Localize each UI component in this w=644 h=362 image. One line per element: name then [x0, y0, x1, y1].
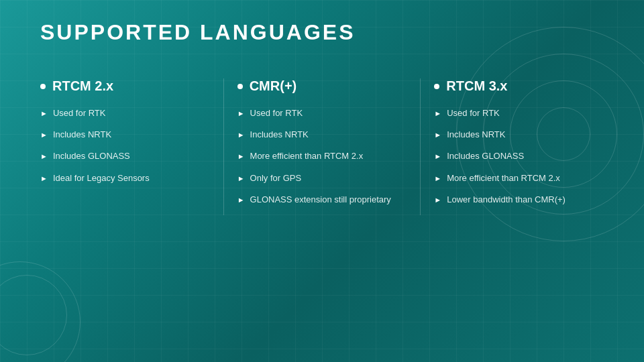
arrow-icon: ►: [434, 174, 441, 184]
arrow-icon: ►: [40, 109, 48, 119]
list-item: ► GLONASS extension still proprietary: [237, 194, 407, 206]
arrow-icon: ►: [434, 109, 441, 119]
list-item: ► Includes NRTK: [237, 129, 407, 141]
column-rtcm3: RTCM 3.x ► Used for RTK ► Includes NRTK …: [434, 78, 604, 215]
cmrplus-list: ► Used for RTK ► Includes NRTK ► More ef…: [237, 107, 407, 206]
arrow-icon: ►: [40, 152, 48, 162]
arrow-icon: ►: [40, 130, 48, 140]
bullet-dot-2: [237, 84, 243, 89]
rtcm2-list: ► Used for RTK ► Includes NRTK ► Include…: [40, 107, 210, 184]
list-item: ► Includes GLONASS: [434, 150, 604, 162]
list-item: ► Used for RTK: [237, 107, 407, 119]
arrow-icon: ►: [237, 130, 245, 140]
columns-wrapper: RTCM 2.x ► Used for RTK ► Includes NRTK …: [40, 78, 604, 215]
list-item: ► Lower bandwidth than CMR(+): [434, 194, 604, 206]
list-item: ► More efficient than RTCM 2.x: [434, 172, 604, 184]
list-item: ► Includes NRTK: [40, 129, 210, 141]
arrow-icon: ►: [434, 152, 441, 162]
list-item: ► Includes NRTK: [434, 129, 604, 141]
list-item: ► Includes GLONASS: [40, 150, 210, 162]
bullet-dot-3: [434, 84, 439, 89]
column-divider-2: [420, 78, 421, 215]
list-item: ► Only for GPS: [237, 172, 407, 184]
list-item: ► Used for RTK: [40, 107, 210, 119]
rtcm3-list: ► Used for RTK ► Includes NRTK ► Include…: [434, 107, 604, 206]
list-item: ► Used for RTK: [434, 107, 604, 119]
arrow-icon: ►: [237, 174, 245, 184]
column-rtcm2: RTCM 2.x ► Used for RTK ► Includes NRTK …: [40, 78, 210, 194]
arrow-icon: ►: [237, 152, 245, 162]
column-title-cmrplus: CMR(+): [237, 78, 407, 94]
column-title-rtcm3: RTCM 3.x: [434, 78, 604, 94]
arrow-icon: ►: [40, 174, 48, 184]
list-item: ► Ideal for Legacy Sensors: [40, 172, 210, 184]
arrow-icon: ►: [237, 109, 245, 119]
column-cmrplus: CMR(+) ► Used for RTK ► Includes NRTK ► …: [237, 78, 407, 215]
list-item: ► More efficient than RTCM 2.x: [237, 150, 407, 162]
arrow-icon: ►: [237, 195, 245, 205]
column-title-rtcm2: RTCM 2.x: [40, 78, 210, 94]
page-title: SUPPORTED LANGUAGES: [40, 20, 604, 45]
column-divider-1: [223, 78, 224, 215]
bullet-dot-1: [40, 84, 46, 89]
arrow-icon: ►: [434, 130, 441, 140]
arrow-icon: ►: [434, 195, 441, 205]
main-content: SUPPORTED LANGUAGES RTCM 2.x ► Used for …: [0, 0, 644, 235]
